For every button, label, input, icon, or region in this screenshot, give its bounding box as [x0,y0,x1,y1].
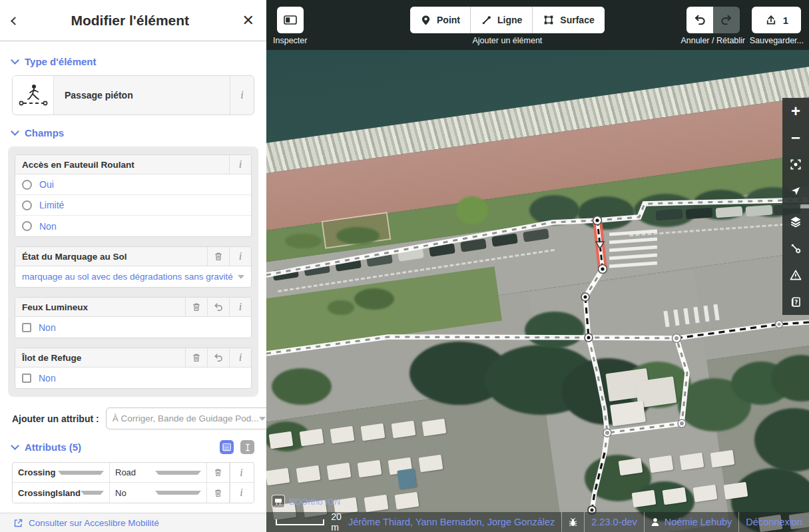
attribute-value-select[interactable]: No [110,483,207,503]
map-toolbar: Inspecter Point Ligne Surface Ajouter un… [266,0,809,50]
checkbox-icon[interactable] [22,323,31,332]
map-canvas[interactable]: + − ? [266,50,809,532]
info-icon[interactable]: i [229,298,251,316]
inspect-label: Inspecter [273,36,307,45]
add-attribute-select[interactable]: À Corriger, Bande de Guidage Pod... [106,407,266,429]
line-gear-icon [789,242,802,255]
trash-icon[interactable] [207,483,230,503]
chevron-down-icon [259,417,266,424]
info-icon[interactable]: i [229,155,251,174]
chevron-down-icon [81,491,104,498]
close-icon[interactable]: ✕ [242,13,254,28]
section-type-element[interactable]: Type d'élément [12,56,254,67]
acceslibre-link[interactable]: Consulter sur Acceslibre Mobilité [29,518,159,528]
map-vector-overlay [266,50,809,532]
save-group: 1 Sauvegarder... [750,7,804,45]
attribute-key-select[interactable]: Crossing [13,463,110,482]
element-type-card[interactable]: Passage piéton i [12,75,254,115]
footpath-lines [266,200,809,453]
redo-button[interactable] [713,7,740,33]
help-manual-icon: ? [790,296,802,308]
geometry-settings-button[interactable] [782,235,809,262]
info-icon[interactable]: i [230,483,252,503]
layers-button[interactable] [782,208,809,235]
section-attributs[interactable]: Attributs (5) [25,441,213,453]
refuge-island-checkbox-row[interactable]: Non [15,368,251,388]
radio-option-oui[interactable]: Oui [15,174,251,195]
center-focus-button[interactable] [782,151,809,178]
map-editor-app: Modifier l'élément ✕ Type d'élément [0,0,809,532]
info-icon[interactable]: i [229,348,251,367]
undo-icon[interactable] [207,298,229,316]
info-icon[interactable]: i [230,76,254,115]
add-surface-button[interactable]: Surface [533,7,604,33]
logout-link[interactable]: Déconnexion [739,517,809,527]
zoom-out-button[interactable]: − [782,125,809,151]
locate-button[interactable] [782,178,809,204]
version-link[interactable]: 2.23.0-dev [585,517,644,527]
back-button[interactable] [12,15,18,27]
trash-icon[interactable] [207,247,229,266]
imagery-attribution[interactable]: BDOrtho IGN [272,495,340,508]
text-view-toggle[interactable] [240,440,254,454]
field-refuge-island: Îlot de Refuge i Non [15,348,252,389]
add-line-button[interactable]: Ligne [471,7,533,33]
traffic-lights-checkbox-row[interactable]: Non [15,317,251,338]
bug-report-button[interactable] [562,517,584,528]
trash-icon[interactable] [207,463,230,482]
trash-icon[interactable] [185,348,207,367]
table-view-toggle[interactable] [220,440,234,454]
trash-icon[interactable] [185,298,207,316]
imagery-logo-icon [272,495,285,508]
field-traffic-lights: Feux Lumineux i Non [15,297,252,338]
map-nodes [581,216,783,515]
undo-redo-label: Annuler / Rétablir [680,36,745,45]
attribute-key-select[interactable]: CrossingIsland [13,483,110,503]
add-point-button[interactable]: Point [410,7,471,33]
radio-icon[interactable] [22,180,32,190]
inspect-group: Inspecter [273,7,307,45]
marking-state-select[interactable]: marquage au sol avec des dégradations sa… [15,266,251,287]
contributors-link[interactable]: Jérôme Thiard, Yann Bernadon, Jorge Gonz… [342,517,561,527]
radio-icon[interactable] [22,221,32,231]
add-element-group: Point Ligne Surface Ajouter un élément [410,7,605,45]
chevron-down-icon [11,56,19,65]
external-link-icon [13,518,23,528]
radio-icon[interactable] [22,200,32,210]
scale-bar [276,519,324,525]
radio-option-non[interactable]: Non [15,216,251,236]
field-marking-state: État du Marquage au Sol i marquage au so… [15,246,252,288]
checkbox-icon[interactable] [22,374,31,383]
chevron-down-icon [238,275,244,282]
field-wheelchair-access: Accès en Fauteuil Roulant i Oui Limité N… [15,154,252,237]
warnings-button[interactable] [782,262,809,288]
pedestrian-crossing-icon [13,76,54,115]
panel-footer: Consulter sur Acceslibre Mobilité [0,513,266,532]
info-icon[interactable]: i [230,463,252,482]
attribute-value-select[interactable]: Road [110,463,207,482]
inspect-button[interactable] [277,7,304,33]
chevron-down-icon [155,491,202,498]
info-icon[interactable]: i [229,247,251,266]
scale-label: 20 m [331,511,342,532]
save-label: Sauvegarder... [750,36,804,45]
radio-option-limite[interactable]: Limité [15,195,251,216]
point-icon [420,14,431,27]
section-champs[interactable]: Champs [12,127,254,138]
attributes-table: Crossing Road i CrossingIsland No i [12,462,254,503]
add-attribute-label: Ajouter un attribut : [12,413,99,424]
save-count-badge: 1 [783,15,788,26]
user-icon [645,517,662,527]
warning-icon [789,268,802,282]
undo-button[interactable] [686,7,713,33]
attribute-row: Crossing Road i [13,463,254,483]
user-name-link[interactable]: Noémie Lehuby [662,517,739,527]
panel-body: Type d'élément [0,41,266,513]
selected-crossing[interactable] [596,220,604,269]
chevron-down-icon [58,471,105,478]
help-button[interactable]: ? [782,288,809,315]
line-icon [481,15,492,26]
save-button[interactable]: 1 [752,7,801,33]
zoom-in-button[interactable]: + [782,98,809,125]
undo-icon[interactable] [207,348,229,367]
